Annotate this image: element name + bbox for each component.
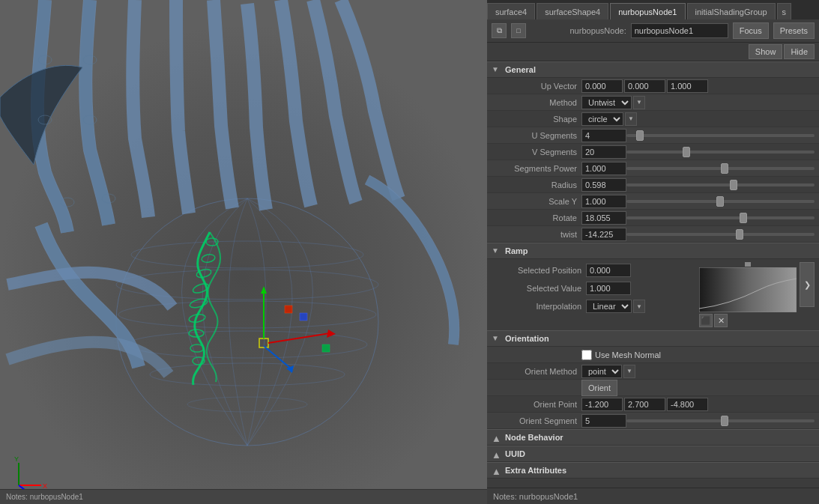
extra-attributes-section-title: Extra Attributes — [505, 466, 566, 475]
notes-value: nurbopusNode1 — [30, 493, 83, 501]
use-mesh-normal-checkbox[interactable] — [581, 350, 592, 360]
scale-y-thumb[interactable] — [716, 196, 724, 207]
twist-thumb[interactable] — [736, 229, 743, 240]
ramp-collapse-icon: ▼ — [492, 246, 501, 255]
scale-y-slider[interactable] — [626, 200, 815, 203]
selected-position-label: Selected Position — [496, 266, 586, 275]
orient-point-z[interactable] — [667, 398, 708, 411]
orient-btn-row: Orient — [487, 380, 819, 396]
segments-power-slider[interactable] — [626, 167, 815, 170]
status-bar: Notes: nurbopusNode1 — [0, 489, 487, 504]
segments-power-value[interactable] — [581, 162, 626, 175]
orient-point-label: Orient Point — [492, 400, 581, 409]
svg-rect-31 — [300, 313, 307, 321]
up-vector-x[interactable] — [581, 79, 623, 93]
orient-point-y[interactable] — [624, 398, 665, 411]
method-dropdown[interactable]: Untwist — [581, 96, 632, 109]
selected-value-input[interactable] — [586, 282, 631, 295]
copy-node-btn[interactable]: ⧉ — [492, 23, 507, 38]
radius-slider[interactable] — [626, 183, 815, 186]
radius-thumb[interactable] — [730, 180, 737, 190]
u-segments-value[interactable] — [581, 129, 626, 142]
rotate-slider[interactable] — [626, 216, 815, 219]
tab-nurbopusNode1[interactable]: nurbopusNode1 — [610, 3, 685, 19]
orient-segment-thumb[interactable] — [721, 416, 728, 426]
shape-label: Shape — [492, 115, 581, 124]
orient-segment-value[interactable] — [581, 414, 626, 428]
tab-initialShadingGroup[interactable]: initialShadingGroup — [687, 3, 776, 19]
scale-y-row: Scale Y — [487, 193, 819, 210]
u-segments-thumb[interactable] — [636, 130, 644, 141]
shape-dropdown[interactable]: circle — [581, 112, 623, 126]
ramp-canvas[interactable] — [699, 267, 797, 312]
ramp-delete-btn[interactable]: ✕ — [714, 314, 728, 327]
orient-point-x[interactable] — [581, 398, 623, 411]
up-vector-y[interactable] — [624, 79, 665, 93]
panel-content[interactable]: ▼ General Up Vector Method Untwist ▼ — [487, 61, 819, 488]
interpolation-dropdown[interactable]: Linear — [586, 300, 632, 313]
shape-dropdown-container: circle ▼ — [581, 112, 637, 126]
uuid-section-header[interactable]: ▶ UUID — [487, 446, 819, 462]
orientation-section-header[interactable]: ▼ Orientation — [487, 330, 819, 347]
radius-value[interactable] — [581, 178, 626, 192]
ramp-add-btn[interactable]: ⬛ — [699, 314, 713, 327]
node-behavior-section-header[interactable]: ▶ Node Behavior — [487, 429, 819, 446]
tab-more[interactable]: s — [777, 3, 792, 19]
interpolation-row: Interpolation Linear ▼ — [492, 298, 695, 315]
orient-button[interactable]: Orient — [581, 380, 617, 396]
presets-button[interactable]: Presets — [773, 22, 815, 39]
notes-label: Notes: — [6, 493, 28, 501]
method-dropdown-arrow[interactable]: ▼ — [633, 96, 645, 109]
rotate-value[interactable] — [581, 211, 626, 225]
tab-surfaceShape4[interactable]: surfaceShape4 — [537, 3, 608, 19]
ramp-section-header[interactable]: ▼ Ramp — [487, 243, 819, 259]
v-segments-value[interactable] — [581, 145, 626, 159]
notes-bar-label: Notes: — [493, 492, 517, 501]
v-segments-thumb[interactable] — [683, 147, 690, 157]
orient-method-dropdown-arrow[interactable]: ▼ — [623, 365, 635, 378]
ramp-side-button[interactable]: ❯ — [800, 262, 815, 307]
ramp-container: Selected Position Selected Value Interpo… — [487, 259, 819, 330]
up-vector-label: Up Vector — [492, 82, 581, 91]
show-button[interactable]: Show — [749, 44, 783, 59]
u-segments-label: U Segments — [492, 131, 581, 140]
ramp-marker[interactable] — [745, 262, 751, 267]
selected-value-row: Selected Value — [492, 280, 695, 297]
hide-button[interactable]: Hide — [784, 44, 815, 59]
tab-surface4[interactable]: surface4 — [487, 3, 535, 19]
segments-power-thumb[interactable] — [721, 163, 728, 174]
twist-row: twist — [487, 226, 819, 243]
node-name-input[interactable] — [631, 23, 728, 38]
up-vector-inputs — [581, 79, 708, 93]
orient-point-row: Orient Point — [487, 396, 819, 413]
orient-method-dropdown-container: point ▼ — [581, 365, 635, 378]
node-icon-btn[interactable]: □ — [511, 23, 526, 38]
twist-slider[interactable] — [626, 233, 815, 236]
orient-method-label: Orient Method — [492, 367, 581, 376]
orient-method-row: Orient Method point ▼ — [487, 363, 819, 380]
scale-y-value[interactable] — [581, 195, 626, 208]
up-vector-z[interactable] — [667, 79, 708, 93]
interpolation-dropdown-arrow[interactable]: ▼ — [633, 300, 645, 313]
radius-label: Radius — [492, 180, 581, 189]
3d-viewport[interactable]: X Y Z Notes: nurbopusNode1 — [0, 0, 487, 504]
orient-method-dropdown[interactable]: point — [581, 365, 622, 378]
segments-power-slider-container — [626, 167, 815, 170]
v-segments-slider[interactable] — [626, 151, 815, 154]
focus-button[interactable]: Focus — [733, 22, 769, 39]
twist-value[interactable] — [581, 228, 626, 241]
u-segments-slider[interactable] — [626, 134, 815, 137]
orient-segment-slider-container — [626, 419, 815, 422]
orientation-section-title: Orientation — [505, 334, 549, 343]
controls-row: ⧉ □ nurbopusNode: Focus Presets — [487, 19, 819, 43]
extra-attributes-section-header[interactable]: ▶ Extra Attributes — [487, 462, 819, 479]
general-section-header[interactable]: ▼ General — [487, 61, 819, 78]
selected-position-value[interactable] — [586, 264, 631, 277]
notes-bar: Notes: nurbopusNode1 — [487, 488, 819, 504]
scale-y-label: Scale Y — [492, 197, 581, 206]
orient-segment-row: Orient Segment — [487, 413, 819, 429]
rotate-thumb[interactable] — [740, 213, 747, 223]
orient-segment-slider[interactable] — [626, 419, 815, 422]
shape-dropdown-arrow[interactable]: ▼ — [625, 112, 637, 126]
show-hide-row: Show Hide — [487, 43, 819, 61]
